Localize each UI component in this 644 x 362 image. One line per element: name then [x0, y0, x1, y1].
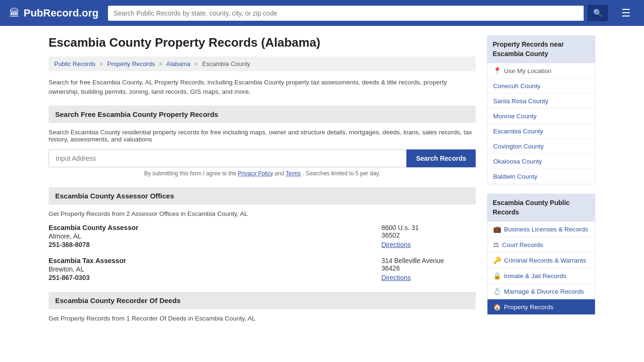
sidebar-item-marriage-records[interactable]: 💍 Marriage & Divorce Records	[487, 284, 595, 299]
sidebar-covington-label: Covington County	[493, 143, 544, 150]
sidebar-monroe-label: Monroe County	[493, 113, 537, 120]
sidebar: Property Records near Escambia County 📍 …	[487, 35, 595, 332]
breadcrumb-sep-1: >	[99, 60, 103, 67]
office-address-1: 8600 U.s. 31	[381, 224, 476, 231]
recorder-section: Escambia County Recorder Of Deeds Get Pr…	[49, 292, 476, 322]
office-address-2: 314 Belleville Avenue	[381, 257, 476, 264]
search-form: Search Records By submitting this form I…	[49, 149, 476, 177]
office-city-2: Brewton, AL	[49, 265, 381, 273]
sidebar-item-covington[interactable]: Covington County	[487, 139, 595, 154]
header-search-input[interactable]	[108, 6, 584, 21]
sidebar-escambia-label: Escambia County	[493, 128, 543, 135]
office-phone-1: 251-368-8078	[49, 241, 381, 248]
sidebar-public-records-section: Escambia County Public Records 💼 Busines…	[487, 194, 595, 315]
search-records-button[interactable]: Search Records	[406, 149, 476, 167]
inmate-icon: 🔒	[493, 272, 501, 280]
header-search-area: 🔍	[108, 5, 608, 21]
sidebar-property-label: Property Records	[504, 304, 553, 311]
site-header: 🏛 PubRecord.org 🔍 ☰	[0, 0, 644, 26]
search-icon: 🔍	[593, 9, 603, 17]
breadcrumb-public-records[interactable]: Public Records	[54, 60, 95, 67]
form-note-end: . Searches limited to 5 per day.	[303, 170, 380, 177]
sidebar-conecuh-label: Conecuh County	[493, 82, 541, 90]
business-icon: 💼	[493, 225, 501, 233]
assessor-description: Get Property Records from 2 Assessor Off…	[49, 210, 476, 217]
page-title: Escambia County Property Records (Alabam…	[49, 35, 476, 50]
sidebar-okaloosa-label: Okaloosa County	[493, 158, 542, 165]
breadcrumb-current: Escambia County	[202, 60, 250, 67]
breadcrumb-sep-2: >	[159, 60, 163, 67]
site-logo[interactable]: 🏛 PubRecord.org	[9, 7, 99, 19]
directions-link-1[interactable]: Directions	[381, 241, 411, 248]
criminal-icon: 🔑	[493, 256, 501, 264]
privacy-policy-link[interactable]: Privacy Policy	[238, 170, 273, 177]
sidebar-business-label: Business Licenses & Records	[504, 226, 588, 233]
search-row: Search Records	[49, 149, 476, 167]
sidebar-inmate-label: Inmate & Jail Records	[504, 272, 566, 280]
breadcrumb: Public Records > Property Records > Alab…	[49, 57, 476, 71]
office-left-2: Escambia Tax Assessor Brewton, AL 251-86…	[49, 257, 381, 281]
office-name-2: Escambia Tax Assessor	[49, 257, 381, 264]
sidebar-item-property-records[interactable]: 🏠 Property Records	[487, 299, 595, 314]
sidebar-item-monroe[interactable]: Monroe County	[487, 109, 595, 124]
office-left-1: Escambia County Assessor Atmore, AL 251-…	[49, 224, 381, 248]
sidebar-nearby-section: Property Records near Escambia County 📍 …	[487, 35, 595, 184]
search-section-header: Search Free Escambia County Property Rec…	[49, 106, 476, 123]
directions-link-2[interactable]: Directions	[381, 274, 411, 281]
office-right-1: 8600 U.s. 31 36502 Directions	[381, 224, 476, 248]
office-phone-2: 251-867-0303	[49, 274, 381, 281]
sidebar-item-use-location[interactable]: 📍 Use My Location	[487, 63, 595, 79]
location-icon: 📍	[493, 67, 501, 74]
header-menu-button[interactable]: ☰	[618, 5, 635, 21]
search-description: Search Escambia County residential prope…	[49, 129, 476, 143]
sidebar-item-okaloosa[interactable]: Okaloosa County	[487, 154, 595, 169]
terms-link[interactable]: Terms	[286, 170, 301, 177]
logo-text: PubRecord.org	[24, 7, 99, 19]
sidebar-item-business-licenses[interactable]: 💼 Business Licenses & Records	[487, 222, 595, 237]
assessor-section: Escambia County Assessor Offices Get Pro…	[49, 187, 476, 281]
office-zip-1: 36502	[381, 231, 476, 239]
office-zip-2: 36426	[381, 264, 476, 272]
logo-icon: 🏛	[9, 7, 20, 19]
sidebar-santa-rosa-label: Santa Rosa County	[493, 98, 548, 105]
marriage-icon: 💍	[493, 288, 501, 295]
breadcrumb-property-records[interactable]: Property Records	[107, 60, 155, 67]
main-content: Escambia County Property Records (Alabam…	[49, 35, 476, 332]
office-right-2: 314 Belleville Avenue 36426 Directions	[381, 257, 476, 281]
breadcrumb-alabama[interactable]: Alabama	[166, 60, 190, 67]
recorder-description: Get Property Records from 1 Recorder Of …	[49, 315, 476, 322]
property-icon: 🏠	[493, 303, 501, 311]
sidebar-public-records-items: 💼 Business Licenses & Records ⚖ Court Re…	[487, 222, 595, 315]
search-section: Search Free Escambia County Property Rec…	[49, 106, 476, 177]
assessor-section-header: Escambia County Assessor Offices	[49, 187, 476, 205]
sidebar-item-court-records[interactable]: ⚖ Court Records	[487, 237, 595, 253]
sidebar-item-conecuh[interactable]: Conecuh County	[487, 79, 595, 94]
page-container: Escambia County Property Records (Alabam…	[39, 26, 605, 342]
office-name-1: Escambia County Assessor	[49, 224, 381, 231]
sidebar-item-baldwin[interactable]: Baldwin County	[487, 169, 595, 184]
sidebar-baldwin-label: Baldwin County	[493, 173, 537, 180]
recorder-section-header: Escambia County Recorder Of Deeds	[49, 292, 476, 309]
court-icon: ⚖	[493, 241, 499, 248]
office-city-1: Atmore, AL	[49, 232, 381, 240]
header-search-button[interactable]: 🔍	[587, 5, 608, 21]
sidebar-court-label: Court Records	[502, 241, 543, 248]
sidebar-criminal-label: Criminal Records & Warrants	[504, 257, 586, 264]
menu-icon: ☰	[621, 7, 631, 19]
main-description: Search for free Escambia County, AL Prop…	[49, 78, 476, 97]
sidebar-item-escambia[interactable]: Escambia County	[487, 124, 595, 139]
sidebar-public-records-title: Escambia County Public Records	[487, 194, 595, 222]
office-entry-2: Escambia Tax Assessor Brewton, AL 251-86…	[49, 257, 476, 281]
sidebar-use-location-label: Use My Location	[504, 67, 552, 74]
sidebar-item-inmate-records[interactable]: 🔒 Inmate & Jail Records	[487, 268, 595, 284]
sidebar-nearby-title: Property Records near Escambia County	[487, 35, 595, 63]
breadcrumb-sep-3: >	[195, 60, 198, 67]
sidebar-marriage-label: Marriage & Divorce Records	[504, 288, 584, 295]
form-note: By submitting this form I agree to the P…	[49, 170, 476, 177]
sidebar-nearby-items: 📍 Use My Location Conecuh County Santa R…	[487, 63, 595, 184]
sidebar-item-criminal-records[interactable]: 🔑 Criminal Records & Warrants	[487, 253, 595, 268]
office-entry-1: Escambia County Assessor Atmore, AL 251-…	[49, 224, 476, 248]
form-note-text: By submitting this form I agree to the	[144, 170, 236, 177]
address-input[interactable]	[49, 149, 406, 167]
sidebar-item-santa-rosa[interactable]: Santa Rosa County	[487, 94, 595, 109]
